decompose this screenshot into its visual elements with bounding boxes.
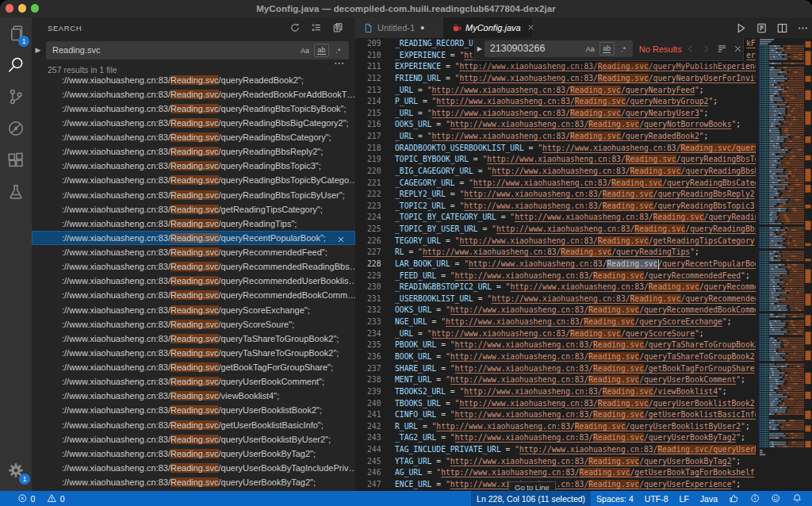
match-case-icon[interactable]: Aa — [298, 44, 312, 56]
search-result-row[interactable]: ://www.xiaohuasheng.cn:83/Reading.svc/vi… — [32, 389, 355, 403]
dismiss-result-icon[interactable] — [336, 233, 346, 243]
toggle-replace-chevron-icon[interactable]: ▶ — [33, 44, 43, 56]
code-token-u: http://www.xiaohuasheng.cn:83/ — [492, 294, 630, 303]
search-sidebar: SEARCH ▶ Reading.svc Aaab.* 257 results … — [32, 17, 355, 491]
code-line-240: TBOOKS_URL = "http://www.xiaohuasheng.cn… — [395, 398, 756, 410]
status-item-smiley-icon[interactable] — [765, 491, 787, 506]
search-result-row[interactable]: ://www.xiaohuasheng.cn:83/Reading.svc/ge… — [32, 360, 355, 374]
regex-icon[interactable]: .* — [331, 44, 345, 56]
toggle-search-details-button[interactable]: ⋯ — [333, 59, 346, 71]
activity-search-search-icon[interactable] — [0, 49, 32, 81]
clear-results-icon[interactable] — [310, 21, 323, 34]
search-result-row[interactable]: ://www.xiaohuasheng.cn:83/Reading.svc/qu… — [32, 130, 355, 144]
status-item-lf[interactable]: LF — [674, 491, 695, 506]
result-text-pre: ://www.xiaohuasheng.cn:83/ — [62, 247, 170, 257]
more-actions-icon[interactable] — [796, 21, 809, 34]
code-token-u: http://www.xiaohuasheng.cn:83/ — [455, 433, 593, 442]
activity-extensions-extensions-icon[interactable] — [0, 144, 32, 176]
code-line-211: EXPERIENCE = "http://www.xiaohuasheng.cn… — [395, 61, 756, 73]
open-changes-icon[interactable] — [755, 21, 768, 34]
activity-run-and-debug-debug-disabled-icon[interactable] — [0, 113, 32, 144]
search-result-row[interactable]: ://www.xiaohuasheng.cn:83/Reading.svc/qu… — [32, 374, 355, 389]
search-result-row[interactable]: ://www.xiaohuasheng.cn:83/Reading.svc/qu… — [32, 461, 355, 475]
search-result-row[interactable]: ://www.xiaohuasheng.cn:83/Reading.svc/qu… — [32, 303, 355, 317]
split-editor-icon[interactable] — [776, 21, 788, 34]
minimap[interactable] — [759, 38, 804, 491]
search-result-row[interactable]: ://www.xiaohuasheng.cn:83/Reading.svc/qu… — [32, 159, 355, 173]
line-number: 214 — [355, 96, 381, 108]
search-result-row[interactable]: ://www.xiaohuasheng.cn:83/Reading.svc/qu… — [32, 447, 355, 461]
activity-source-control-source-control-icon[interactable] — [0, 81, 32, 113]
search-result-row[interactable]: ://www.xiaohuasheng.cn:83/Reading.svc/ge… — [32, 202, 355, 217]
code-token-o: ; — [704, 109, 709, 117]
code-token-o: = — [404, 247, 418, 256]
search-result-row[interactable]: ://www.xiaohuasheng.cn:83/Reading.svc/qu… — [32, 245, 355, 259]
status-item-utf8[interactable]: UTF-8 — [639, 491, 674, 506]
code-line-229: _FEED_URL = "http://www.xiaohuasheng.cn:… — [395, 270, 756, 282]
search-result-row[interactable]: ://www.xiaohuasheng.cn:83/Reading.svc/qu… — [32, 116, 355, 130]
search-result-row[interactable]: ://www.xiaohuasheng.cn:83/Reading.svc/qu… — [32, 432, 355, 447]
code-line-236: BOOK_URL = "http://www.xiaohuasheng.cn:8… — [395, 351, 756, 363]
tab-MyConfig.java[interactable]: MyConfig.java — [443, 17, 532, 38]
line-number: 244 — [355, 444, 381, 456]
result-text-pre: ://www.xiaohuasheng.cn:83/ — [62, 405, 170, 415]
search-result-row[interactable]: ://www.xiaohuasheng.cn:83/Reading.svc/qu… — [32, 332, 355, 346]
search-result-row[interactable]: ://www.xiaohuasheng.cn:83/Reading.svc/qu… — [32, 288, 355, 302]
tab-close-icon[interactable] — [527, 23, 535, 33]
status-item-info-icon[interactable] — [745, 491, 766, 506]
search-result-row[interactable]: ://www.xiaohuasheng.cn:83/Reading.svc/qu… — [32, 144, 355, 159]
code-line-235: PBOOK_URL = "http://www.xiaohuasheng.cn:… — [395, 339, 756, 351]
file-icon — [363, 23, 373, 33]
code-token-u: er — [746, 50, 756, 62]
refresh-icon[interactable] — [289, 21, 301, 34]
status-item-java[interactable]: Java — [695, 491, 723, 506]
find-in-selection-button[interactable] — [716, 44, 727, 55]
whole-word-icon[interactable]: ab — [314, 44, 329, 57]
whole-word-icon[interactable]: ab — [599, 42, 615, 56]
search-input[interactable]: Reading.svc Aaab.* — [46, 41, 349, 59]
status-item-thumbsup-icon[interactable] — [723, 491, 745, 506]
find-next-button[interactable] — [701, 44, 712, 55]
code-token-u: http://www.xiaohuasheng.cn:83/ — [432, 329, 570, 338]
activity-explorer-files-icon[interactable]: 1 — [0, 17, 32, 49]
status-item-spaces[interactable]: Spaces: 4 — [591, 491, 639, 506]
status-item-bell-icon[interactable] — [787, 491, 808, 506]
find-close-button[interactable] — [732, 44, 743, 55]
code-token-m: Reading.svc — [588, 120, 639, 128]
search-result-row[interactable]: ://www.xiaohuasheng.cn:83/Reading.svc/ge… — [32, 417, 355, 431]
activity-testing-beaker-icon[interactable] — [0, 176, 32, 208]
search-result-row[interactable]: ://www.xiaohuasheng.cn:83/Reading.svc/qu… — [32, 73, 355, 87]
result-text: ://www.xiaohuasheng.cn:83/Reading.svc/qu… — [32, 104, 347, 113]
status-errors[interactable]: 0 — [16, 491, 36, 506]
status-warnings[interactable]: 0 — [45, 491, 66, 506]
code-token-v: _READINGBBSTOPIC2_URL — [395, 282, 492, 291]
search-result-row[interactable]: ://www.xiaohuasheng.cn:83/Reading.svc/qu… — [32, 346, 355, 360]
search-result-row[interactable]: ://www.xiaohuasheng.cn:83/Reading.svc/qu… — [32, 102, 355, 116]
search-result-row[interactable]: ://www.xiaohuasheng.cn:83/Reading.svc/qu… — [32, 403, 355, 417]
regex-icon[interactable]: .* — [617, 43, 630, 55]
search-result-row[interactable]: ://www.xiaohuasheng.cn:83/Reading.svc/qu… — [32, 259, 355, 274]
tab-Untitled-1[interactable]: Untitled-1● — [355, 17, 443, 38]
search-result-row[interactable]: ://www.xiaohuasheng.cn:83/Reading.svc/qu… — [32, 217, 355, 231]
find-options: Aaab.* — [584, 40, 630, 57]
match-case-icon[interactable]: Aa — [584, 43, 597, 55]
search-result-row[interactable]: ://www.xiaohuasheng.cn:83/Reading.svc/qu… — [32, 173, 355, 187]
new-search-editor-icon[interactable] — [331, 21, 344, 34]
search-result-row[interactable]: ://www.xiaohuasheng.cn:83/Reading.svc/qu… — [32, 188, 355, 202]
code-token-m: Reading.svc — [630, 294, 681, 303]
search-result-row[interactable]: ://www.xiaohuasheng.cn:83/Reading.svc/qu… — [32, 231, 355, 245]
line-number: 243 — [355, 432, 381, 444]
modified-dot-icon[interactable]: ● — [420, 24, 424, 32]
run-icon[interactable] — [734, 21, 747, 34]
status-item-ln[interactable]: Ln 228, Col 106 (11 selected) — [471, 491, 591, 506]
search-result-row[interactable]: ://www.xiaohuasheng.cn:83/Reading.svc/qu… — [32, 274, 355, 288]
search-result-row[interactable]: ://www.xiaohuasheng.cn:83/Reading.svc/qu… — [32, 475, 355, 489]
editor[interactable]: 209_READING_RECORD_UkF210_EXPERIENCE = "… — [355, 38, 812, 491]
find-previous-button[interactable] — [685, 44, 696, 55]
search-result-row[interactable]: ://www.xiaohuasheng.cn:83/Reading.svc/qu… — [32, 317, 355, 332]
find-input[interactable]: 2130903266 Aaab.* — [485, 40, 633, 57]
search-result-row[interactable]: ://www.xiaohuasheng.cn:83/Reading.svc/qu… — [32, 87, 355, 102]
find-expand-chevron-icon[interactable]: ▶ — [475, 38, 485, 61]
code-token-u: http://www.xiaohuasheng.cn:83/ — [473, 178, 611, 187]
activity-manage-gear-icon[interactable]: 1 — [0, 454, 32, 486]
